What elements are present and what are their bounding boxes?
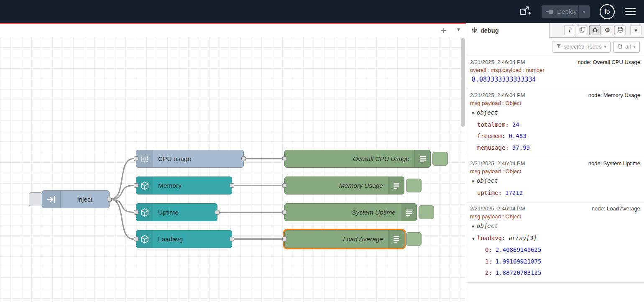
output-port[interactable]	[230, 237, 234, 241]
collapse-caret-icon[interactable]: ▼	[472, 107, 477, 119]
output-port[interactable]	[215, 210, 220, 215]
debug-enable-toggle[interactable]	[432, 152, 448, 166]
debug-enable-toggle[interactable]	[406, 232, 422, 246]
node-debug-memory[interactable]: Memory Usage	[284, 177, 404, 195]
inject-trigger-button[interactable]	[29, 192, 42, 206]
message-timestamp: 2/21/2025, 2:46:04 PM	[470, 92, 525, 99]
debug-enable-toggle[interactable]	[419, 205, 434, 219]
input-port[interactable]	[282, 156, 287, 161]
canvas-scrollbar[interactable]	[461, 38, 465, 301]
bug-icon	[592, 27, 598, 34]
gear-icon: ⚙	[605, 26, 610, 34]
main-menu-button[interactable]	[625, 8, 636, 15]
collapse-caret-icon[interactable]: ▼	[472, 233, 477, 245]
object-key: memusage:	[477, 144, 509, 151]
input-port[interactable]	[134, 210, 138, 215]
array-key: loadavg:	[477, 235, 505, 241]
debug-filter-bar: selected nodes ▾ all ▾	[466, 38, 644, 56]
input-port[interactable]	[134, 183, 138, 188]
chevron-down-icon: ▾	[633, 44, 636, 49]
deploy-options-caret[interactable]: ▾	[578, 5, 590, 18]
deploy-button[interactable]: Deploy ▾	[542, 5, 590, 18]
collapse-caret-icon[interactable]: ▼	[472, 176, 477, 187]
array-index: 0:	[485, 246, 492, 253]
node-uptime[interactable]: Uptime	[136, 203, 217, 221]
context-data-button[interactable]	[614, 25, 626, 35]
node-debug-load-average[interactable]: Load Average	[284, 230, 404, 248]
clear-label: all	[625, 44, 631, 50]
debug-list-icon	[414, 150, 430, 167]
message-path: msg.payload : Object	[470, 100, 640, 107]
sidebar-options-caret[interactable]: ▾	[630, 25, 641, 35]
export-flow-icon	[519, 5, 532, 18]
info-panel-button[interactable]: i	[564, 25, 575, 35]
workspace: + ▾	[0, 23, 466, 302]
flow-canvas[interactable]	[0, 37, 466, 302]
debug-list-icon	[401, 204, 417, 221]
object-type-label: object	[477, 223, 498, 229]
node-debug-uptime[interactable]: System Uptime	[284, 203, 417, 221]
export-flow-button[interactable]	[519, 5, 532, 18]
debug-panel-button[interactable]	[589, 25, 601, 35]
array-index: 2:	[485, 269, 492, 276]
message-path: overall : msg.payload : number	[470, 67, 640, 74]
node-label: Load Average	[285, 230, 388, 248]
bug-icon	[471, 27, 478, 34]
sidebar-panel-icons: i	[564, 25, 641, 35]
pages-icon	[580, 27, 585, 34]
flow-list-caret[interactable]: ▾	[457, 26, 460, 33]
debug-enable-toggle[interactable]	[406, 179, 422, 192]
tab-debug-label: debug	[480, 27, 499, 34]
node-debug-overall-cpu[interactable]: Overall CPU Usage	[284, 150, 431, 168]
object-key: uptime:	[477, 189, 502, 196]
node-label: Overall CPU Usage	[285, 150, 414, 167]
object-key: freemem:	[477, 133, 505, 139]
cube-icon	[136, 230, 153, 248]
input-port[interactable]	[282, 183, 287, 188]
message-node-name: node: System Uptime	[588, 160, 640, 167]
debug-message-list[interactable]: 2/21/2025, 2:46:04 PM node: Overall CPU …	[466, 56, 644, 302]
node-loadavg[interactable]: Loadavg	[136, 230, 232, 248]
sidebar: debug i	[466, 23, 644, 302]
add-flow-button[interactable]: +	[441, 24, 447, 37]
message-path: msg.payload : Object	[470, 168, 640, 175]
message-node-name: node: Load Average	[592, 205, 640, 212]
array-index: 1:	[485, 258, 492, 265]
tab-debug[interactable]: debug	[466, 23, 550, 38]
help-panel-button[interactable]	[577, 25, 588, 35]
scrollbar-thumb[interactable]	[461, 38, 465, 127]
node-red-app: Deploy ▾ fo + ▾	[0, 0, 644, 302]
cube-icon	[136, 177, 153, 194]
debug-message[interactable]: 2/21/2025, 2:46:04 PM node: System Uptim…	[466, 157, 644, 202]
output-port[interactable]	[241, 156, 246, 161]
flow-tab-bar: + ▾	[0, 24, 466, 37]
output-port[interactable]	[107, 197, 112, 202]
input-port[interactable]	[134, 156, 138, 161]
database-icon	[617, 27, 623, 34]
debug-message[interactable]: 2/21/2025, 2:46:04 PM node: Load Average…	[466, 202, 644, 283]
menu-icon	[625, 8, 636, 9]
user-avatar[interactable]: fo	[600, 4, 615, 19]
config-nodes-button[interactable]: ⚙	[602, 25, 613, 35]
debug-message[interactable]: 2/21/2025, 2:46:04 PM node: Memory Usage…	[466, 89, 644, 157]
node-cpu-usage[interactable]: CPU usage	[136, 150, 244, 168]
output-port[interactable]	[230, 183, 234, 188]
message-node-name: node: Overall CPU Usage	[578, 59, 640, 66]
node-inject[interactable]: inject	[42, 190, 110, 208]
array-type-label: array[3]	[509, 235, 537, 241]
input-port[interactable]	[134, 237, 138, 241]
message-timestamp: 2/21/2025, 2:46:04 PM	[470, 205, 525, 212]
inject-arrow-icon	[42, 191, 61, 208]
debug-message[interactable]: 2/21/2025, 2:46:04 PM node: Overall CPU …	[466, 56, 644, 89]
filter-nodes-button[interactable]: selected nodes ▾	[552, 41, 611, 53]
node-label: inject	[61, 191, 109, 208]
clear-messages-button[interactable]: all ▾	[613, 41, 640, 53]
node-memory[interactable]: Memory	[136, 177, 232, 195]
object-value: 24	[512, 121, 519, 128]
cpu-chip-icon	[136, 150, 153, 167]
input-port[interactable]	[282, 237, 287, 241]
collapse-caret-icon[interactable]: ▼	[472, 221, 477, 233]
input-port[interactable]	[282, 210, 287, 215]
object-value: 17212	[505, 189, 523, 196]
object-type-label: object	[477, 177, 498, 184]
